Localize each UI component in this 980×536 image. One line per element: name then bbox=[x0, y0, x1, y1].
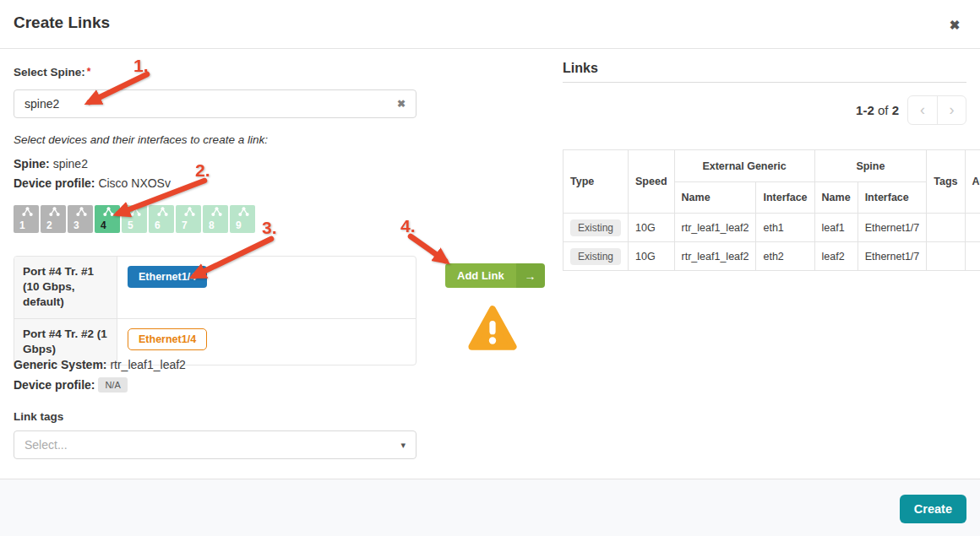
generic-system-line: Generic System: rtr_leaf1_leaf2 bbox=[14, 358, 186, 371]
port-tile-5[interactable]: 5 bbox=[122, 205, 147, 233]
col-header-type: Type bbox=[564, 150, 629, 214]
select-spine-label: Select Spine:* bbox=[14, 66, 90, 79]
required-asterisk: * bbox=[87, 66, 91, 78]
interface-chip-available[interactable]: Ethernet1/4 bbox=[128, 328, 207, 350]
links-panel-title: Links bbox=[563, 61, 598, 76]
transform-row: Port #4 Tr. #1 (10 Gbps, default) Ethern… bbox=[14, 257, 416, 318]
port-tile-8[interactable]: 8 bbox=[203, 205, 228, 233]
col-group-external-generic: External Generic bbox=[674, 150, 814, 182]
links-table: Type Speed External Generic Spine Tags A… bbox=[563, 149, 980, 271]
chevron-left-icon[interactable]: ‹ bbox=[908, 96, 937, 124]
warning-icon bbox=[468, 304, 517, 353]
transform-label: Port #4 Tr. #1 (10 Gbps, default) bbox=[14, 257, 117, 318]
port-tile-1[interactable]: 1 bbox=[14, 205, 39, 233]
table-row: Existing 10G rtr_leaf1_leaf2 eth1 leaf1 … bbox=[564, 214, 980, 242]
annotation-label-3: 3. bbox=[262, 218, 277, 237]
header-divider bbox=[0, 48, 980, 49]
port-tile-3[interactable]: 3 bbox=[68, 205, 93, 233]
col-header-spine-interface: Interface bbox=[858, 182, 927, 214]
network-icon bbox=[49, 207, 60, 217]
status-badge: Existing bbox=[570, 219, 621, 236]
port-tile-4[interactable]: 4 bbox=[95, 205, 120, 233]
network-icon bbox=[211, 207, 222, 217]
na-badge: N/A bbox=[98, 377, 127, 393]
col-header-ext-interface: Interface bbox=[756, 182, 814, 214]
col-header-spine-name: Name bbox=[814, 182, 858, 214]
modal-footer: Create bbox=[0, 479, 980, 536]
device-profile-line: Device profile: Cisco NXOSv bbox=[14, 176, 171, 190]
network-icon bbox=[157, 207, 168, 217]
col-group-spine: Spine bbox=[814, 150, 927, 182]
links-divider bbox=[563, 82, 966, 83]
chevron-down-icon: ▾ bbox=[400, 440, 406, 451]
device-profile-na-line: Device profile: N/A bbox=[14, 377, 128, 393]
annotation-label-4: 4. bbox=[400, 216, 416, 236]
pagination: 1-2 of 2 ‹ › bbox=[563, 95, 966, 125]
spine-input-value: spine2 bbox=[24, 97, 397, 111]
page-title: Create Links bbox=[14, 14, 110, 32]
network-icon bbox=[22, 207, 33, 217]
network-icon bbox=[238, 207, 249, 217]
col-header-actions: Actions bbox=[965, 150, 980, 214]
port-selector: 123456789 bbox=[14, 205, 255, 233]
create-button[interactable]: Create bbox=[900, 495, 966, 523]
network-icon bbox=[103, 207, 114, 217]
annotation-label-1: 1. bbox=[133, 56, 149, 75]
col-header-speed: Speed bbox=[629, 150, 675, 214]
col-header-ext-name: Name bbox=[674, 182, 756, 214]
network-icon bbox=[76, 207, 87, 217]
create-links-modal: Create Links ✖ Select Spine:* spine2 ✖ S… bbox=[0, 0, 980, 536]
port-tile-9[interactable]: 9 bbox=[230, 205, 255, 233]
port-tile-2[interactable]: 2 bbox=[41, 205, 66, 233]
add-link-button[interactable]: Add Link → bbox=[445, 263, 545, 288]
network-icon bbox=[130, 207, 141, 217]
port-tile-6[interactable]: 6 bbox=[149, 205, 174, 233]
interface-chip-selected[interactable]: Ethernet1/4 bbox=[128, 266, 207, 288]
col-header-tags: Tags bbox=[927, 150, 965, 214]
network-icon bbox=[184, 207, 195, 217]
link-tags-label: Link tags bbox=[14, 410, 63, 423]
add-link-label: Add Link bbox=[445, 263, 516, 288]
close-icon[interactable]: ✖ bbox=[945, 15, 965, 35]
link-tags-select[interactable]: Select... ▾ bbox=[14, 430, 416, 459]
spine-info-line: Spine: spine2 bbox=[14, 157, 88, 171]
instruction-text: Select devices and their interfaces to c… bbox=[14, 133, 268, 146]
spine-select-input[interactable]: spine2 ✖ bbox=[14, 89, 416, 118]
page-count: 1-2 of 2 bbox=[856, 103, 899, 117]
table-row: Existing 10G rtr_leaf1_leaf2 eth2 leaf2 … bbox=[564, 242, 980, 271]
transform-table: Port #4 Tr. #1 (10 Gbps, default) Ethern… bbox=[14, 256, 416, 365]
arrow-right-icon: → bbox=[516, 263, 545, 288]
clear-icon[interactable]: ✖ bbox=[397, 98, 406, 110]
chevron-right-icon[interactable]: › bbox=[937, 96, 966, 124]
port-tile-7[interactable]: 7 bbox=[176, 205, 201, 233]
select-placeholder: Select... bbox=[24, 438, 400, 452]
status-badge: Existing bbox=[570, 248, 621, 265]
annotation-label-2: 2. bbox=[195, 160, 210, 180]
